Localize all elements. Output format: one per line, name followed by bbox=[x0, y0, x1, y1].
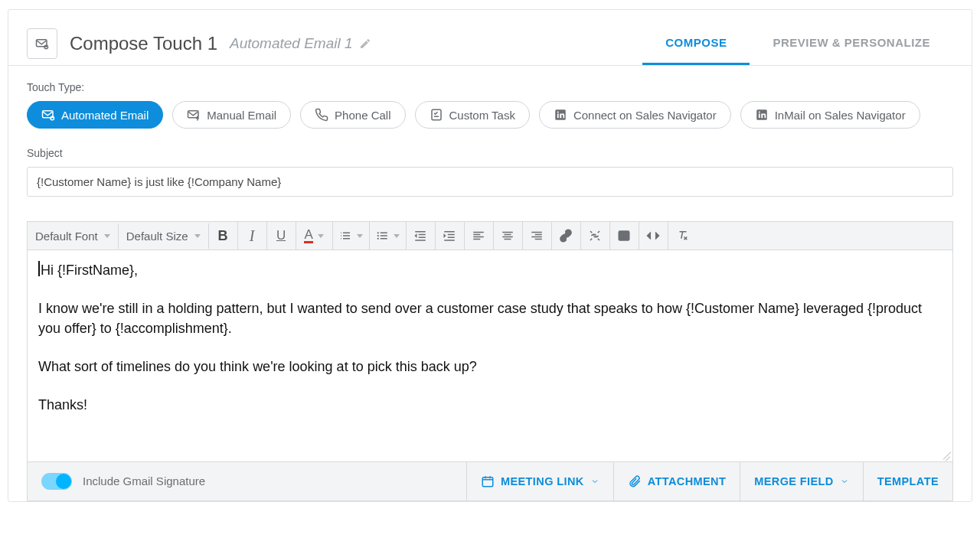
rich-text-toolbar: Default Font Default Size B I U A bbox=[28, 222, 952, 250]
touch-type-automated-email[interactable]: Automated Email bbox=[27, 101, 163, 129]
resize-handle-icon[interactable] bbox=[940, 449, 951, 460]
svg-point-8 bbox=[557, 112, 559, 113]
toolbar-align-left-button[interactable] bbox=[465, 222, 494, 249]
subject-label: Subject bbox=[27, 147, 953, 159]
touch-type-custom-task[interactable]: Custom Task bbox=[415, 101, 530, 129]
toolbar-ordered-list-button[interactable] bbox=[333, 222, 370, 249]
linkedin-icon bbox=[554, 108, 567, 122]
chevron-down-icon bbox=[104, 234, 110, 238]
mail-lightning-icon bbox=[187, 108, 201, 122]
mail-settings-icon bbox=[27, 28, 57, 59]
svg-point-11 bbox=[758, 112, 760, 113]
toolbar-link-button[interactable] bbox=[552, 222, 581, 249]
page-title: Compose Touch 1 bbox=[70, 33, 217, 54]
template-button[interactable]: TEMPLATE bbox=[863, 462, 952, 500]
page-subtitle: Automated Email 1 bbox=[230, 35, 371, 52]
paperclip-icon bbox=[628, 474, 642, 488]
toolbar-image-button[interactable] bbox=[610, 222, 639, 249]
touch-type-options: Automated Email Manual Email Phone Call … bbox=[27, 101, 953, 129]
attachment-button[interactable]: ATTACHMENT bbox=[613, 462, 740, 500]
pencil-icon[interactable] bbox=[359, 37, 371, 50]
toolbar-unlink-button[interactable] bbox=[581, 222, 610, 249]
svg-point-16 bbox=[621, 233, 623, 236]
linkedin-icon bbox=[755, 108, 769, 122]
gmail-signature-label: Include Gmail Signature bbox=[83, 474, 205, 487]
header: Compose Touch 1 Automated Email 1 COMPOS… bbox=[8, 10, 972, 66]
touch-type-connect-sales-nav[interactable]: Connect on Sales Navigator bbox=[539, 101, 731, 129]
phone-icon bbox=[315, 108, 328, 122]
toolbar-unordered-list-button[interactable] bbox=[370, 222, 407, 249]
toolbar-text-color-button[interactable]: A bbox=[296, 222, 333, 249]
svg-point-13 bbox=[377, 235, 379, 236]
toolbar-clear-formatting-button[interactable] bbox=[668, 222, 697, 249]
toolbar-font-dropdown[interactable]: Default Font bbox=[28, 223, 119, 249]
subject-input[interactable] bbox=[27, 167, 953, 197]
mail-gear-icon bbox=[41, 108, 55, 122]
gmail-signature-toggle[interactable] bbox=[41, 473, 72, 490]
email-body-editor[interactable]: Hi {!FirstName}, I know we're still in a… bbox=[28, 250, 952, 461]
touch-type-phone-call[interactable]: Phone Call bbox=[300, 101, 405, 129]
toolbar-size-dropdown[interactable]: Default Size bbox=[119, 223, 209, 249]
svg-point-3 bbox=[51, 116, 54, 120]
chevron-down-icon bbox=[590, 477, 599, 486]
touch-type-inmail-sales-nav[interactable]: InMail on Sales Navigator bbox=[740, 101, 920, 129]
chevron-down-icon bbox=[194, 234, 201, 238]
meeting-link-button[interactable]: MEETING LINK bbox=[466, 462, 613, 500]
svg-point-12 bbox=[377, 232, 379, 233]
svg-rect-10 bbox=[759, 114, 760, 119]
checklist-icon bbox=[430, 108, 443, 122]
merge-field-button[interactable]: MERGE FIELD bbox=[740, 462, 863, 500]
toolbar-align-center-button[interactable] bbox=[494, 222, 523, 249]
svg-point-14 bbox=[377, 238, 379, 240]
chevron-down-icon bbox=[318, 234, 324, 238]
toolbar-bold-button[interactable]: B bbox=[209, 222, 238, 249]
tab-preview-personalize[interactable]: PREVIEW & PERSONALIZE bbox=[750, 22, 953, 65]
toolbar-outdent-button[interactable] bbox=[407, 222, 436, 249]
chevron-down-icon bbox=[840, 477, 849, 486]
svg-rect-7 bbox=[557, 114, 559, 119]
touch-type-manual-email[interactable]: Manual Email bbox=[172, 101, 291, 129]
toolbar-italic-button[interactable]: I bbox=[238, 222, 267, 249]
touch-type-label: Touch Type: bbox=[27, 81, 953, 93]
chevron-down-icon bbox=[394, 234, 400, 238]
toolbar-code-button[interactable] bbox=[639, 222, 668, 249]
toolbar-align-right-button[interactable] bbox=[523, 222, 552, 249]
text-cursor bbox=[38, 261, 40, 276]
calendar-icon bbox=[481, 474, 495, 488]
chevron-down-icon bbox=[357, 234, 363, 238]
toolbar-underline-button[interactable]: U bbox=[267, 222, 296, 249]
toolbar-indent-button[interactable] bbox=[436, 222, 465, 249]
tab-compose[interactable]: COMPOSE bbox=[642, 22, 750, 65]
svg-rect-5 bbox=[432, 109, 441, 120]
svg-rect-17 bbox=[482, 477, 493, 486]
